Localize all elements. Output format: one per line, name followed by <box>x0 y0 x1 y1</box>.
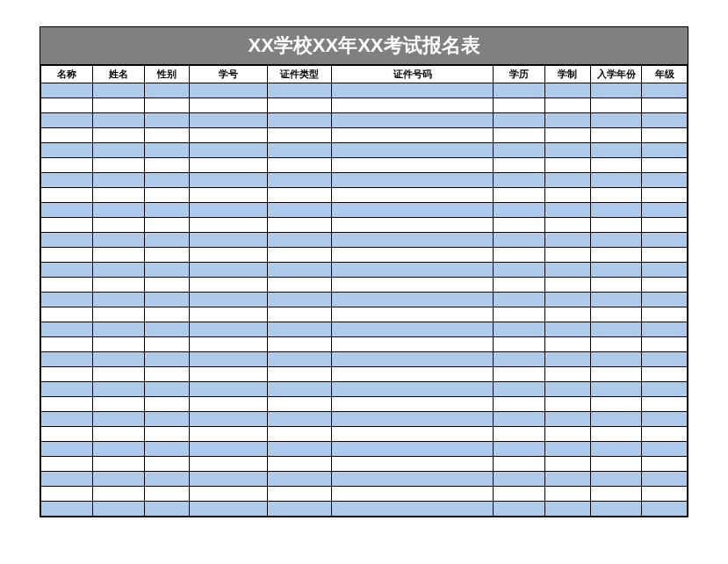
table-cell <box>332 143 494 158</box>
table-cell <box>590 218 642 233</box>
table-cell <box>545 173 591 188</box>
table-row <box>41 173 688 188</box>
table-cell <box>41 502 93 517</box>
table-cell <box>332 367 494 382</box>
table-cell <box>190 233 267 248</box>
table-row <box>41 158 688 173</box>
table-cell <box>590 457 642 472</box>
table-cell <box>41 233 93 248</box>
table-cell <box>144 233 190 248</box>
table-cell <box>545 457 591 472</box>
table-cell <box>332 263 494 278</box>
table-cell <box>494 457 545 472</box>
table-cell <box>642 83 688 98</box>
table-cell <box>41 487 93 502</box>
table-cell <box>332 83 494 98</box>
table-cell <box>41 98 93 113</box>
table-cell <box>41 457 93 472</box>
table-cell <box>144 472 190 487</box>
table-cell <box>41 278 93 293</box>
table-cell <box>144 397 190 412</box>
table-cell <box>332 337 494 352</box>
registration-form-container: XX学校XX年XX考试报名表 名称 姓名 性别 学号 证件类型 证件号码 学历 … <box>40 26 688 517</box>
table-cell <box>92 203 144 218</box>
table-cell <box>267 233 332 248</box>
table-cell <box>41 427 93 442</box>
table-cell <box>494 173 545 188</box>
table-cell <box>545 158 591 173</box>
table-cell <box>41 113 93 128</box>
table-cell <box>590 442 642 457</box>
table-row <box>41 502 688 517</box>
table-row <box>41 203 688 218</box>
table-cell <box>144 188 190 203</box>
table-cell <box>144 502 190 517</box>
header-name: 名称 <box>41 66 93 83</box>
table-cell <box>190 293 267 307</box>
table-cell <box>545 442 591 457</box>
table-cell <box>545 412 591 427</box>
table-cell <box>545 293 591 307</box>
table-cell <box>545 337 591 352</box>
table-cell <box>92 278 144 293</box>
table-cell <box>92 98 144 113</box>
table-cell <box>41 367 93 382</box>
table-cell <box>144 322 190 337</box>
table-cell <box>590 427 642 442</box>
table-cell <box>144 263 190 278</box>
table-cell <box>590 487 642 502</box>
table-cell <box>494 337 545 352</box>
table-cell <box>332 293 494 307</box>
table-cell <box>267 128 332 143</box>
table-cell <box>92 307 144 322</box>
table-cell <box>144 352 190 367</box>
table-cell <box>642 158 688 173</box>
table-row <box>41 457 688 472</box>
table-cell <box>41 412 93 427</box>
table-cell <box>545 367 591 382</box>
table-cell <box>92 322 144 337</box>
table-cell <box>494 233 545 248</box>
table-cell <box>332 472 494 487</box>
table-cell <box>41 248 93 263</box>
table-cell <box>494 367 545 382</box>
table-cell <box>545 83 591 98</box>
table-cell <box>41 322 93 337</box>
table-cell <box>267 382 332 397</box>
table-cell <box>590 472 642 487</box>
table-cell <box>92 158 144 173</box>
table-cell <box>494 278 545 293</box>
table-body <box>41 83 688 517</box>
table-row <box>41 337 688 352</box>
table-cell <box>590 337 642 352</box>
table-cell <box>41 173 93 188</box>
table-cell <box>545 188 591 203</box>
table-cell <box>144 367 190 382</box>
form-title: XX学校XX年XX考试报名表 <box>40 27 688 65</box>
table-cell <box>642 457 688 472</box>
table-cell <box>494 158 545 173</box>
table-cell <box>144 442 190 457</box>
table-cell <box>190 263 267 278</box>
table-cell <box>267 412 332 427</box>
table-cell <box>267 203 332 218</box>
table-cell <box>190 278 267 293</box>
table-cell <box>92 188 144 203</box>
table-cell <box>190 143 267 158</box>
table-cell <box>590 397 642 412</box>
table-cell <box>190 412 267 427</box>
table-cell <box>267 83 332 98</box>
table-cell <box>494 322 545 337</box>
table-cell <box>332 248 494 263</box>
table-cell <box>545 322 591 337</box>
header-xueli: 学历 <box>494 66 545 83</box>
table-cell <box>267 457 332 472</box>
table-cell <box>332 442 494 457</box>
table-cell <box>267 367 332 382</box>
table-cell <box>92 442 144 457</box>
table-cell <box>332 487 494 502</box>
table-cell <box>41 397 93 412</box>
table-cell <box>41 307 93 322</box>
table-cell <box>332 218 494 233</box>
table-cell <box>92 337 144 352</box>
